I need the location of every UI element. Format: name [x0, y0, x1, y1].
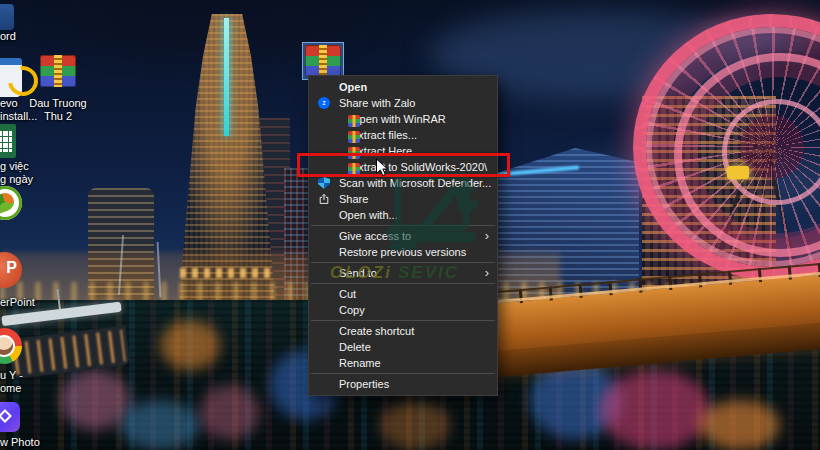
desktop: ord evo install... Dau Truong Thu 2 g vi…	[0, 0, 820, 450]
reflection	[160, 320, 220, 370]
desktop-icon-label[interactable]: g việc g ngày	[0, 160, 33, 186]
reflection	[120, 400, 200, 450]
winrar-icon	[348, 115, 360, 127]
cosmo-clock	[727, 166, 749, 179]
reflection	[700, 400, 780, 450]
menu-item-delete[interactable]: Delete	[309, 339, 497, 355]
word-icon[interactable]	[0, 4, 14, 30]
desktop-icon-label[interactable]: Dau Truong Thu 2	[18, 97, 98, 123]
defender-shield-icon	[318, 177, 330, 189]
menu-separator	[311, 373, 495, 374]
menu-item-copy[interactable]: Copy	[309, 302, 497, 318]
winrar-icon	[348, 131, 360, 143]
menu-item-extract-files[interactable]: Extract files...	[309, 127, 497, 143]
submenu-arrow-icon: ›	[485, 228, 489, 244]
share-icon	[318, 193, 330, 205]
menu-item-share-with-zalo[interactable]: Z Share with Zalo	[309, 95, 497, 111]
reflection	[380, 400, 450, 450]
desktop-icon-label[interactable]: erPoint	[0, 296, 35, 309]
excel-icon[interactable]	[0, 124, 16, 158]
watermark-text: OLOZiSEVIC	[330, 263, 459, 283]
reflection	[600, 370, 710, 450]
revo-uninstaller-icon[interactable]	[0, 52, 36, 94]
menu-item-properties[interactable]: Properties	[309, 376, 497, 392]
reflection	[200, 385, 260, 440]
zalo-icon: Z	[318, 97, 330, 109]
photos-icon[interactable]	[0, 402, 20, 432]
submenu-arrow-icon: ›	[485, 265, 489, 281]
winrar-archive-icon[interactable]	[40, 55, 76, 87]
watermark-logo	[380, 168, 484, 268]
coccoc-icon[interactable]	[0, 186, 22, 220]
menu-item-rename[interactable]: Rename	[309, 355, 497, 371]
menu-separator	[311, 283, 495, 284]
winrar-archive-icon	[305, 45, 341, 77]
red-highlight-box	[297, 153, 510, 177]
menu-separator	[311, 320, 495, 321]
mouse-cursor	[375, 158, 391, 178]
menu-item-create-shortcut[interactable]: Create shortcut	[309, 323, 497, 339]
menu-item-open-with-winrar[interactable]: Open with WinRAR	[309, 111, 497, 127]
menu-item-open[interactable]: Open	[309, 79, 497, 95]
desktop-icon-label[interactable]: w Photo	[0, 436, 40, 449]
desktop-icon-label[interactable]: u Y - ome	[0, 369, 23, 395]
tower-light-stripe	[224, 18, 229, 136]
menu-item-cut[interactable]: Cut	[309, 286, 497, 302]
desktop-icon-label[interactable]: ord	[0, 30, 16, 43]
